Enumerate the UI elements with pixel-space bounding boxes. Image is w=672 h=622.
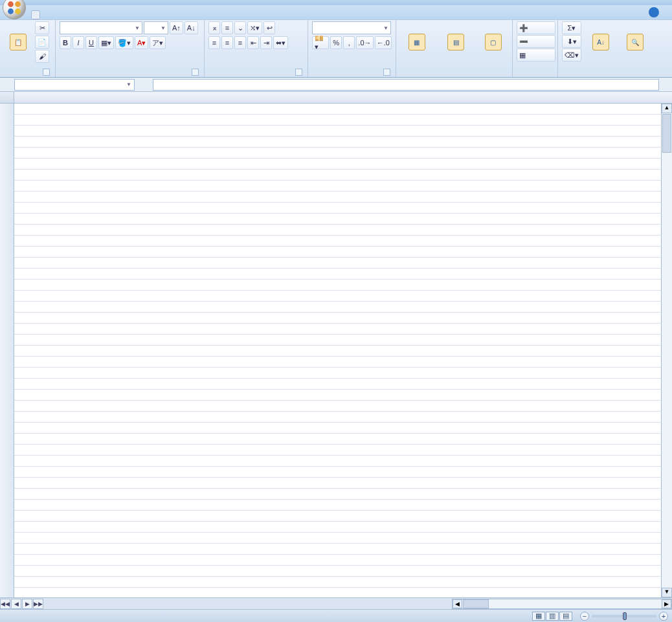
group-label-cells — [517, 76, 554, 76]
select-all-corner[interactable] — [0, 92, 14, 103]
svg-point-1 — [15, 1, 21, 7]
cell-styles-icon: ▢ — [485, 34, 502, 50]
number-format-combo[interactable]: ▼ — [312, 21, 391, 34]
zoom-out-button[interactable]: − — [580, 612, 589, 621]
copy-button[interactable]: 📄 — [35, 36, 49, 49]
format-as-table-button[interactable]: ▤ — [436, 21, 476, 64]
align-top-button[interactable]: ⌅ — [208, 21, 220, 34]
number-dialog-launcher[interactable] — [383, 69, 390, 76]
font-size-combo[interactable]: ▼ — [144, 21, 168, 34]
cut-button[interactable]: ✂ — [35, 21, 49, 34]
group-label-alignment — [208, 76, 304, 76]
scroll-left-button[interactable]: ◀ — [453, 599, 462, 608]
sheet-nav-first[interactable]: ◀◀ — [0, 599, 10, 609]
group-label-editing — [562, 76, 651, 76]
qat-save-icon[interactable] — [31, 10, 40, 19]
increase-decimal-button[interactable]: .0→ — [356, 36, 373, 49]
help-icon[interactable] — [649, 7, 659, 17]
cells-canvas[interactable]: ▲ ▼ — [14, 104, 672, 597]
page-break-view-button[interactable]: ▤ — [559, 612, 572, 621]
decrease-indent-button[interactable]: ⇤ — [247, 36, 259, 49]
alignment-dialog-launcher[interactable] — [295, 69, 302, 76]
align-middle-button[interactable]: ≡ — [221, 21, 233, 34]
align-left-button[interactable]: ≡ — [208, 36, 220, 49]
bold-button[interactable]: B — [60, 36, 71, 49]
scroll-up-button[interactable]: ▲ — [662, 104, 672, 113]
sheet-nav-next[interactable]: ▶ — [22, 599, 32, 609]
accounting-format-button[interactable]: 💴▾ — [312, 36, 329, 49]
zoom-in-button[interactable]: + — [659, 612, 668, 621]
view-buttons: ▦ ▥ ▤ — [532, 612, 572, 621]
group-label-number — [312, 76, 392, 76]
shrink-font-button[interactable]: A↓ — [185, 21, 198, 34]
month-title-art — [14, 104, 18, 129]
grid-area: ▲ ▼ — [0, 104, 672, 597]
normal-view-button[interactable]: ▦ — [532, 612, 545, 621]
name-box[interactable]: ▼ — [14, 79, 135, 91]
svg-point-3 — [15, 8, 21, 14]
vertical-scrollbar[interactable]: ▲ ▼ — [661, 104, 672, 597]
find-select-button[interactable]: 🔍 — [620, 21, 650, 64]
sheet-tabs-row: ◀◀ ◀ ▶ ▶▶ ◀ ▶ — [0, 597, 672, 609]
font-color-button[interactable]: A▾ — [135, 36, 148, 49]
wrap-text-button[interactable]: ↩ — [263, 21, 275, 34]
scroll-right-button[interactable]: ▶ — [662, 599, 671, 608]
sort-filter-button[interactable]: A↓ — [584, 21, 618, 64]
format-painter-button[interactable]: 🖌 — [35, 50, 49, 63]
border-button[interactable]: ▦▾ — [98, 36, 114, 49]
delete-cells-button[interactable]: ➖ — [517, 35, 555, 48]
clipboard-dialog-launcher[interactable] — [43, 69, 50, 76]
decrease-decimal-button[interactable]: ←.0 — [375, 36, 392, 49]
status-bar: ▦ ▥ ▤ − + — [0, 609, 672, 622]
hscroll-thumb[interactable] — [463, 599, 489, 608]
zoom-slider[interactable] — [592, 615, 656, 617]
autosum-button[interactable]: Σ▾ — [562, 21, 581, 34]
align-right-button[interactable]: ≡ — [234, 36, 246, 49]
sheet-nav-last[interactable]: ▶▶ — [33, 599, 43, 609]
horizontal-scrollbar[interactable]: ◀ ▶ — [452, 599, 672, 609]
sheet-nav-buttons: ◀◀ ◀ ▶ ▶▶ — [0, 599, 44, 609]
svg-point-2 — [8, 8, 14, 14]
merge-center-button[interactable]: ⬌▾ — [273, 36, 288, 49]
comma-button[interactable]: , — [343, 36, 355, 49]
paste-icon: 📋 — [10, 34, 27, 50]
align-center-button[interactable]: ≡ — [221, 36, 233, 49]
increase-indent-button[interactable]: ⇥ — [260, 36, 272, 49]
sheet-nav-prev[interactable]: ◀ — [11, 599, 21, 609]
grow-font-button[interactable]: A↑ — [170, 21, 183, 34]
align-bottom-button[interactable]: ⌄ — [234, 21, 246, 34]
zoom-thumb[interactable] — [623, 612, 627, 620]
italic-button[interactable]: I — [73, 36, 84, 49]
font-dialog-launcher[interactable] — [192, 69, 199, 76]
insert-cells-button[interactable]: ➕ — [517, 21, 555, 34]
conditional-format-button[interactable]: ▦ — [400, 21, 434, 64]
paste-button[interactable]: 📋 — [4, 21, 32, 64]
excel-window: 📋 ✂ 📄 🖌 ▼ ▼ A↑ A↓ — [0, 0, 672, 622]
formula-bar-row: ▼ — [0, 78, 672, 92]
fill-color-button[interactable]: 🪣▾ — [115, 36, 133, 49]
font-name-combo[interactable]: ▼ — [60, 21, 142, 34]
page-layout-view-button[interactable]: ▥ — [546, 612, 559, 621]
orientation-button[interactable]: ⤭▾ — [247, 21, 262, 34]
ribbon: 📋 ✂ 📄 🖌 ▼ ▼ A↑ A↓ — [0, 19, 672, 78]
zoom-controls: − + — [577, 612, 668, 621]
titlebar — [0, 0, 672, 5]
cell-styles-button[interactable]: ▢ — [478, 21, 508, 64]
clear-button[interactable]: ⌫▾ — [562, 49, 581, 61]
phonetic-button[interactable]: ア▾ — [150, 36, 166, 49]
group-number: ▼ 💴▾ % , .0→ ←.0 — [308, 20, 396, 77]
fill-button[interactable]: ⬇▾ — [562, 35, 581, 48]
scroll-down-button[interactable]: ▼ — [662, 588, 672, 597]
find-icon: 🔍 — [627, 34, 644, 50]
underline-button[interactable]: U — [85, 36, 97, 49]
format-cells-button[interactable]: ▦ — [517, 49, 555, 61]
group-label-styles — [400, 76, 508, 76]
vscroll-thumb[interactable] — [662, 114, 671, 153]
percent-button[interactable]: % — [330, 36, 342, 49]
sort-filter-icon: A↓ — [592, 34, 609, 50]
group-label-font — [60, 76, 200, 76]
office-button[interactable] — [3, 0, 26, 19]
gridlines — [14, 104, 672, 597]
formula-bar[interactable] — [153, 79, 659, 91]
table-format-icon: ▤ — [447, 34, 464, 50]
